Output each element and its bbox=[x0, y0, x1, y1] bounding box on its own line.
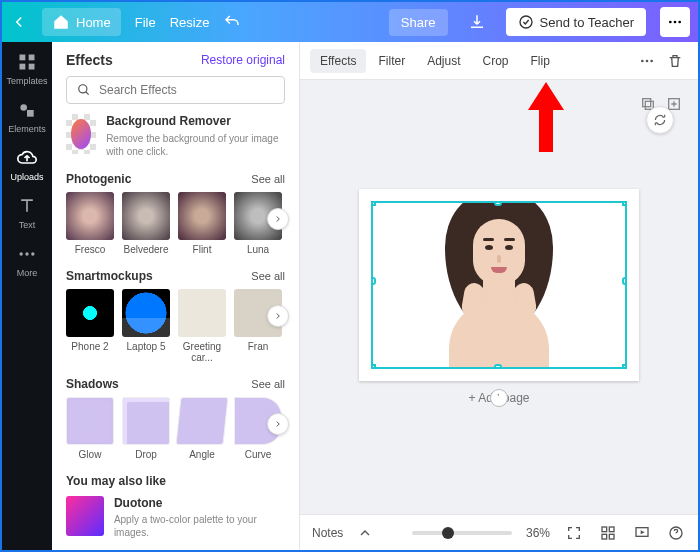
chevron-up-icon[interactable] bbox=[357, 525, 373, 541]
resize-handle[interactable] bbox=[371, 201, 376, 206]
dots-horizontal-icon bbox=[639, 53, 655, 69]
home-button[interactable]: Home bbox=[42, 8, 121, 36]
resize-handle[interactable] bbox=[622, 201, 627, 206]
mockup-laptop5[interactable]: Laptop 5 bbox=[122, 289, 170, 363]
section-title-photogenic: Photogenic bbox=[66, 172, 131, 186]
panel-title: Effects bbox=[66, 52, 113, 68]
svg-rect-17 bbox=[643, 99, 651, 107]
file-menu[interactable]: File bbox=[135, 15, 156, 30]
grid-view-button[interactable] bbox=[598, 523, 618, 543]
svg-rect-5 bbox=[29, 55, 35, 61]
scroll-right-button[interactable] bbox=[267, 413, 289, 435]
duotone-tile[interactable]: Duotone Apply a two-color palette to you… bbox=[66, 496, 285, 540]
help-button[interactable] bbox=[666, 523, 686, 543]
rotate-handle[interactable] bbox=[490, 389, 508, 407]
tab-flip[interactable]: Flip bbox=[521, 49, 560, 73]
resize-handle[interactable] bbox=[371, 277, 376, 285]
effect-fresco[interactable]: Fresco bbox=[66, 192, 114, 255]
zoom-slider[interactable] bbox=[412, 531, 512, 535]
download-button[interactable] bbox=[462, 7, 492, 37]
bg-remover-thumb bbox=[66, 114, 96, 154]
undo-icon[interactable] bbox=[223, 13, 241, 31]
effect-belvedere[interactable]: Belvedere bbox=[122, 192, 170, 255]
sidebar-item-uploads[interactable]: Uploads bbox=[10, 148, 43, 182]
search-field[interactable] bbox=[99, 83, 274, 97]
search-input[interactable] bbox=[66, 76, 285, 104]
dots-horizontal-icon bbox=[17, 244, 37, 264]
grid-icon bbox=[600, 525, 616, 541]
see-all-smartmockups[interactable]: See all bbox=[251, 270, 285, 282]
chevron-left-icon[interactable] bbox=[10, 13, 28, 31]
animate-button[interactable] bbox=[646, 106, 674, 134]
tab-adjust[interactable]: Adjust bbox=[417, 49, 470, 73]
resize-handle[interactable] bbox=[622, 364, 627, 369]
you-may-also-like-title: You may also like bbox=[66, 474, 285, 488]
bg-remover-desc: Remove the background of your image with… bbox=[106, 133, 278, 157]
shadow-drop[interactable]: Drop bbox=[122, 397, 170, 460]
shadow-glow[interactable]: Glow bbox=[66, 397, 114, 460]
mockup-phone2[interactable]: Phone 2 bbox=[66, 289, 114, 363]
resize-menu[interactable]: Resize bbox=[170, 15, 210, 30]
home-label: Home bbox=[76, 15, 111, 30]
thumb-label: Laptop 5 bbox=[127, 341, 166, 352]
sidebar-item-more[interactable]: More bbox=[17, 244, 38, 278]
tab-crop[interactable]: Crop bbox=[473, 49, 519, 73]
more-button[interactable] bbox=[660, 7, 690, 37]
scroll-right-button[interactable] bbox=[267, 305, 289, 327]
svg-point-12 bbox=[31, 252, 34, 255]
svg-point-0 bbox=[520, 16, 532, 28]
restore-original-link[interactable]: Restore original bbox=[201, 53, 285, 67]
resize-handle[interactable] bbox=[371, 364, 376, 369]
svg-point-3 bbox=[678, 21, 681, 24]
thumb-label: Drop bbox=[135, 449, 157, 460]
stage[interactable]: + Add page bbox=[300, 80, 698, 514]
selected-image[interactable] bbox=[371, 201, 627, 369]
share-label: Share bbox=[401, 15, 436, 30]
thumb-label: Flint bbox=[193, 244, 212, 255]
section-title-smartmockups: Smartmockups bbox=[66, 269, 153, 283]
svg-point-16 bbox=[650, 59, 653, 62]
teacher-label: Send to Teacher bbox=[540, 15, 634, 30]
page[interactable] bbox=[359, 189, 639, 381]
present-button[interactable] bbox=[632, 523, 652, 543]
resize-handle[interactable] bbox=[494, 201, 502, 206]
sidebar-item-text[interactable]: Text bbox=[17, 196, 37, 230]
sidebar-item-label: Uploads bbox=[10, 172, 43, 182]
sidebar-item-label: More bbox=[17, 268, 38, 278]
sidebar-item-elements[interactable]: Elements bbox=[8, 100, 46, 134]
element-more-button[interactable] bbox=[634, 48, 660, 74]
effects-panel: Effects Restore original Background Remo… bbox=[52, 42, 300, 550]
check-circle-icon bbox=[518, 14, 534, 30]
resize-handle[interactable] bbox=[622, 277, 627, 285]
share-button[interactable]: Share bbox=[389, 9, 448, 36]
background-remover-tile[interactable]: Background Remover Remove the background… bbox=[66, 114, 285, 158]
see-all-photogenic[interactable]: See all bbox=[251, 173, 285, 185]
topbar: Home File Resize Share Send to Teacher bbox=[2, 2, 698, 42]
zoom-knob[interactable] bbox=[442, 527, 454, 539]
shadows-row: Glow Drop Angle Curve bbox=[66, 397, 285, 460]
sidebar-item-templates[interactable]: Templates bbox=[6, 52, 47, 86]
notes-button[interactable]: Notes bbox=[312, 526, 343, 540]
effect-flint[interactable]: Flint bbox=[178, 192, 226, 255]
svg-rect-23 bbox=[602, 534, 607, 539]
svg-point-11 bbox=[25, 252, 28, 255]
tab-effects[interactable]: Effects bbox=[310, 49, 366, 73]
sidebar: Templates Elements Uploads Text More bbox=[2, 42, 52, 550]
sidebar-item-label: Text bbox=[19, 220, 36, 230]
smartmockups-row: Phone 2 Laptop 5 Greeting car... Fran bbox=[66, 289, 285, 363]
delete-button[interactable] bbox=[662, 48, 688, 74]
send-to-teacher-button[interactable]: Send to Teacher bbox=[506, 8, 646, 36]
photogenic-row: Fresco Belvedere Flint Luna bbox=[66, 192, 285, 255]
duotone-title: Duotone bbox=[114, 496, 285, 512]
canvas-area: Effects Filter Adjust Crop Flip bbox=[300, 42, 698, 550]
resize-handle[interactable] bbox=[494, 364, 502, 369]
see-all-shadows[interactable]: See all bbox=[251, 378, 285, 390]
tab-filter[interactable]: Filter bbox=[368, 49, 415, 73]
scroll-right-button[interactable] bbox=[267, 208, 289, 230]
trash-icon bbox=[667, 53, 683, 69]
mockup-greeting-card[interactable]: Greeting car... bbox=[178, 289, 226, 363]
thumb-label: Fresco bbox=[75, 244, 106, 255]
fullscreen-button[interactable] bbox=[564, 523, 584, 543]
shadow-angle[interactable]: Angle bbox=[178, 397, 226, 460]
templates-icon bbox=[17, 52, 37, 72]
